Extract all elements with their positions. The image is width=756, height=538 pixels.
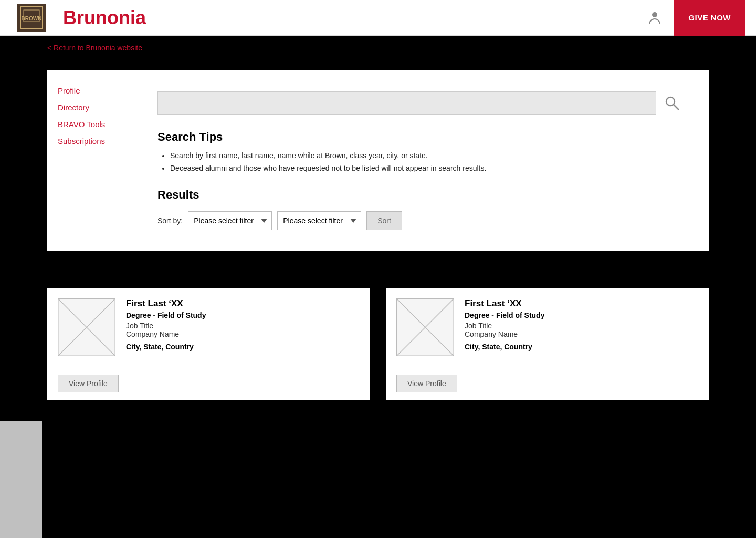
return-link[interactable]: < Return to Brunonia website [47, 44, 142, 52]
svg-line-6 [674, 105, 678, 109]
card-job-title-2: Job Title [465, 322, 698, 330]
search-icon [665, 96, 679, 110]
brown-logo: BROWN [17, 4, 46, 32]
card-job-title-1: Job Title [126, 322, 360, 330]
card-photo-1 [58, 298, 116, 356]
card-footer-2: View Profile [386, 367, 709, 400]
svg-text:BROWN: BROWN [22, 16, 42, 22]
view-profile-button-1[interactable]: View Profile [58, 375, 119, 392]
cards-row: First Last ‘XX Degree - Field of Study J… [0, 272, 756, 421]
results-section: Results Sort by: Please select filter Pl… [158, 188, 682, 230]
sort-label: Sort by: [158, 216, 183, 225]
search-input[interactable] [158, 91, 656, 115]
filter-select-2[interactable]: Please select filter [277, 211, 361, 230]
card-company-2: Company Name [465, 330, 698, 338]
card-name-2: First Last ‘XX [465, 298, 698, 309]
card-photo-2 [396, 298, 454, 356]
result-card-1: First Last ‘XX Degree - Field of Study J… [47, 288, 370, 400]
app-title: Brunonia [63, 7, 646, 29]
search-bar-row [158, 91, 682, 115]
search-tips-list: Search by first name, last name, name wh… [158, 151, 682, 172]
logo-container: BROWN [10, 4, 52, 32]
card-info-2: First Last ‘XX Degree - Field of Study J… [465, 298, 698, 351]
give-now-button[interactable]: GIVE NOW [674, 0, 746, 36]
card-degree-1: Degree - Field of Study [126, 311, 360, 319]
card-name-1: First Last ‘XX [126, 298, 360, 309]
header: BROWN Brunonia GIVE NOW [0, 0, 756, 36]
result-card-2: First Last ‘XX Degree - Field of Study J… [386, 288, 709, 400]
main-layout: Profile Directory BRAVO Tools Subscripti… [0, 60, 756, 272]
search-tip-2: Deceased alumni and those who have reque… [170, 164, 682, 172]
card-location-2: City, State, Country [465, 343, 698, 351]
search-tips-section: Search Tips Search by first name, last n… [158, 130, 682, 172]
sidebar-item-bravo-tools[interactable]: BRAVO Tools [58, 120, 121, 129]
sidebar-item-subscriptions[interactable]: Subscriptions [58, 137, 121, 146]
search-tips-title: Search Tips [158, 130, 682, 144]
sort-button[interactable]: Sort [366, 211, 402, 230]
card-location-1: City, State, Country [126, 343, 360, 351]
search-tip-1: Search by first name, last name, name wh… [170, 151, 682, 160]
results-title: Results [158, 188, 682, 202]
card-body-1: First Last ‘XX Degree - Field of Study J… [47, 288, 370, 367]
filter-select-1[interactable]: Please select filter [188, 211, 272, 230]
sidebar-nav: Profile Directory BRAVO Tools Subscripti… [58, 86, 121, 146]
card-degree-2: Degree - Field of Study [465, 311, 698, 319]
card-body-2: First Last ‘XX Degree - Field of Study J… [386, 288, 709, 367]
return-bar: < Return to Brunonia website [0, 36, 756, 60]
search-button[interactable] [662, 92, 682, 113]
sort-row: Sort by: Please select filter Please sel… [158, 211, 682, 230]
card-info-1: First Last ‘XX Degree - Field of Study J… [126, 298, 360, 351]
sidebar-item-directory[interactable]: Directory [58, 103, 121, 112]
card-footer-1: View Profile [47, 367, 370, 400]
sidebar-item-profile[interactable]: Profile [58, 86, 121, 96]
svg-point-4 [652, 12, 657, 17]
card-company-1: Company Name [126, 330, 360, 338]
sidebar: Profile Directory BRAVO Tools Subscripti… [47, 70, 131, 251]
view-profile-button-2[interactable]: View Profile [396, 375, 457, 392]
user-icon[interactable] [646, 9, 663, 26]
content-panel: Search Tips Search by first name, last n… [131, 70, 709, 251]
